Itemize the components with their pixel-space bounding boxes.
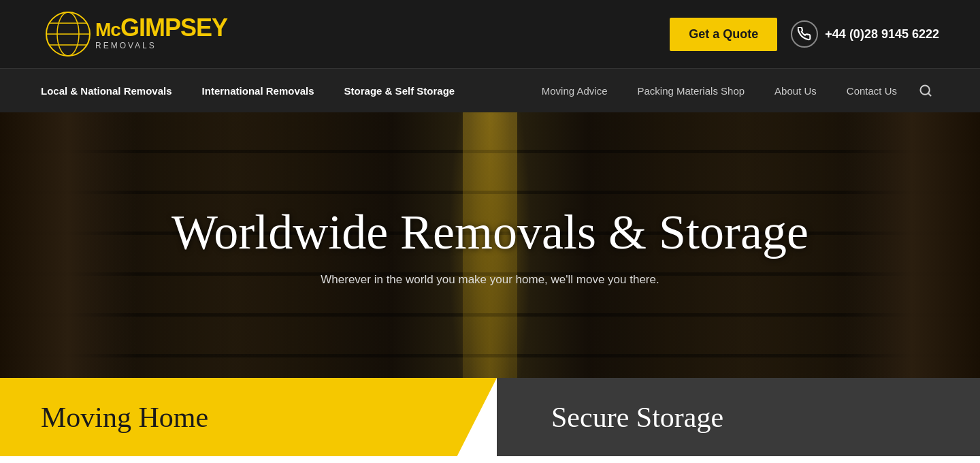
hero-content: Worldwide Removals & Storage Wherever in… xyxy=(172,204,808,287)
nav-international[interactable]: International Removals xyxy=(187,69,329,113)
moving-home-card[interactable]: Moving Home xyxy=(0,378,497,456)
nav-contact[interactable]: Contact Us xyxy=(832,69,912,113)
logo-text: McGIMPSEY REMOVALS xyxy=(95,18,227,50)
hero-title: Worldwide Removals & Storage xyxy=(172,204,808,261)
nav-packing-shop[interactable]: Packing Materials Shop xyxy=(623,69,760,113)
moving-home-title: Moving Home xyxy=(41,401,208,434)
hero-subtitle: Wherever in the world you make your home… xyxy=(172,273,808,287)
logo-mc: Mc xyxy=(95,20,120,39)
nav-moving-advice[interactable]: Moving Advice xyxy=(542,69,623,113)
logo-removals: REMOVALS xyxy=(95,42,227,50)
phone-number: +44 (0)28 9145 6222 xyxy=(825,27,939,42)
logo[interactable]: McGIMPSEY REMOVALS xyxy=(41,7,227,61)
nav-bar: Local & National Removals International … xyxy=(0,68,980,112)
search-button[interactable] xyxy=(912,69,939,113)
bottom-cards: Moving Home Secure Storage xyxy=(0,378,980,456)
nav-right: Moving Advice Packing Materials Shop Abo… xyxy=(542,69,939,113)
top-right: Get a Quote +44 (0)28 9145 6222 xyxy=(670,18,939,51)
get-quote-button[interactable]: Get a Quote xyxy=(670,18,777,51)
nav-about[interactable]: About Us xyxy=(760,69,832,113)
secure-storage-card[interactable]: Secure Storage xyxy=(497,378,980,456)
nav-local-national[interactable]: Local & National Removals xyxy=(41,69,187,113)
nav-left: Local & National Removals International … xyxy=(41,69,470,113)
globe-icon xyxy=(41,7,95,61)
top-bar: McGIMPSEY REMOVALS Get a Quote +44 (0)28… xyxy=(0,0,980,68)
nav-storage[interactable]: Storage & Self Storage xyxy=(329,69,470,113)
svg-line-6 xyxy=(928,93,931,96)
hero-section: Worldwide Removals & Storage Wherever in… xyxy=(0,112,980,378)
phone-icon xyxy=(791,20,818,48)
secure-storage-title: Secure Storage xyxy=(551,401,723,434)
phone-area: +44 (0)28 9145 6222 xyxy=(791,20,939,48)
logo-gimpsey: GIMPSEY xyxy=(120,16,227,40)
